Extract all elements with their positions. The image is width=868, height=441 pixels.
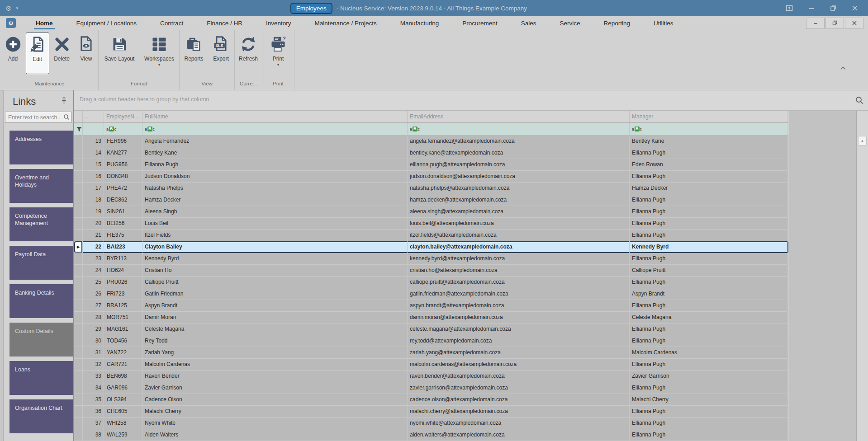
full-name-cell[interactable]: Rey Todd (142, 335, 408, 347)
row-indicator-cell[interactable]: ▶ (74, 324, 83, 335)
full-name-cell[interactable]: Calliope Pruitt (142, 277, 408, 288)
employee-number-cell[interactable]: WHI258 (104, 418, 142, 429)
full-name-cell[interactable]: Kennedy Byrd (142, 253, 408, 265)
app-menu-button[interactable]: ⚙ (6, 18, 16, 28)
manager-cell[interactable]: Hamza Decker (630, 183, 787, 194)
employee-number-cell[interactable]: BRA125 (104, 300, 142, 312)
grid-row[interactable]: ▶ 31 YAN722 Zariah Yang zariah.yang@atte… (74, 347, 788, 359)
email-cell[interactable]: cadence.olson@attexampledomain.coza (408, 394, 630, 406)
full-name-cell[interactable]: Celeste Magana (142, 324, 408, 335)
view-button[interactable]: View (75, 33, 98, 74)
full-name-cell[interactable]: Louis Beil (142, 218, 408, 230)
row-indicator-cell[interactable]: ▶ (74, 382, 83, 394)
delete-button[interactable]: Delete (50, 33, 74, 74)
email-cell[interactable]: damir.moran@attexampledomain.coza (408, 312, 630, 324)
grid-row[interactable]: ▶ 13 FER996 Angela Fernandez angela.fern… (74, 136, 788, 147)
header-full-name[interactable]: FullName (142, 111, 408, 122)
ribbon-tab[interactable]: Service (548, 16, 592, 30)
doc-close-icon[interactable] (845, 18, 863, 29)
employee-number-cell[interactable]: MAG161 (104, 324, 142, 335)
reports-button[interactable]: Reports (180, 33, 208, 74)
full-name-cell[interactable]: Zariah Yang (142, 347, 408, 359)
row-indicator-cell[interactable]: ▶ (74, 371, 83, 382)
settings-gear-icon[interactable]: ⚙ (5, 5, 11, 12)
grid-search-magnifier-icon[interactable] (855, 96, 864, 107)
row-indicator-cell[interactable]: ▶ (74, 418, 83, 429)
filter-cell-full-name[interactable]: aBc (142, 123, 408, 135)
filter-cell-email[interactable]: aBc (408, 123, 630, 135)
row-indicator-cell[interactable]: ▶ (74, 429, 83, 441)
email-cell[interactable]: malachi.cherry@attexampledomain.coza (408, 406, 630, 418)
employee-number-cell[interactable]: FRI723 (104, 288, 142, 300)
links-item[interactable]: Overtime and Holidays (9, 169, 73, 203)
grid-row[interactable]: ▶ 33 BEN698 Raven Bender raven.bender@at… (74, 371, 788, 382)
search-magnifier-icon[interactable] (63, 114, 70, 122)
workspaces-dropdown-chevron-icon[interactable]: ▾ (158, 63, 161, 67)
links-item[interactable]: Payroll Data (9, 246, 73, 280)
full-name-cell[interactable]: Nyomi White (142, 418, 408, 429)
links-item[interactable]: Banking Details (9, 284, 73, 318)
grid-row[interactable]: ▶ 29 MAG161 Celeste Magana celeste.magan… (74, 324, 788, 335)
manager-cell[interactable]: Ellianna Pugh (630, 253, 787, 265)
grid-row[interactable]: ▶ 32 CAR721 Malcolm Cardenas malcolm.car… (74, 359, 788, 371)
full-name-cell[interactable]: Judson Donaldson (142, 171, 408, 183)
ribbon-tab[interactable]: Contract (148, 16, 195, 30)
row-indicator-cell[interactable]: ▶ (74, 218, 83, 230)
header-employee-number[interactable]: EmployeeN... (104, 111, 142, 122)
doc-minimize-icon[interactable] (806, 18, 825, 29)
manager-cell[interactable]: Ellianna Pugh (630, 206, 787, 218)
row-indicator-cell[interactable]: ▶ (74, 406, 83, 418)
employee-number-cell[interactable]: KAN277 (104, 147, 142, 159)
full-name-cell[interactable]: Gatlin Friedman (142, 288, 408, 300)
ribbon-tab[interactable]: Finance / HR (195, 16, 254, 30)
grid-row[interactable]: ▶ 18 DEC862 Hamza Decker hamza.decker@at… (74, 194, 788, 206)
full-name-cell[interactable]: Aleena Singh (142, 206, 408, 218)
grid-row[interactable]: ▶ 21 FIE375 Itzel Fields itzel.fields@at… (74, 230, 788, 241)
grid-row[interactable]: ▶ 15 PUG956 Ellianna Pugh ellianna.pugh@… (74, 159, 788, 171)
email-cell[interactable]: nyomi.white@attexampledomain.coza (408, 418, 630, 429)
restore-window-icon[interactable] (830, 5, 836, 11)
row-indicator-cell[interactable]: ▶ (74, 277, 83, 288)
group-by-bar[interactable]: Drag a column header here to group by th… (74, 90, 868, 111)
grid-row[interactable]: ▶ 34 GAR096 Zavier Garrison zavier.garri… (74, 382, 788, 394)
employee-number-cell[interactable]: FIE375 (104, 230, 142, 241)
manager-cell[interactable]: Kennedy Byrd (630, 241, 787, 253)
full-name-cell[interactable]: Angela Fernandez (142, 136, 408, 147)
email-cell[interactable]: clayton.bailey@attexampledomain.coza (408, 241, 630, 253)
grid-row[interactable]: ▶ 16 DON348 Judson Donaldson judson.dona… (74, 171, 788, 183)
row-indicator-cell[interactable]: ▶ (74, 359, 83, 371)
employee-number-cell[interactable]: YAN722 (104, 347, 142, 359)
employee-number-cell[interactable]: PHE472 (104, 183, 142, 194)
grid-row[interactable]: ▶ 37 WHI258 Nyomi White nyomi.white@atte… (74, 418, 788, 429)
row-indicator-cell[interactable]: ▶ (74, 171, 83, 183)
manager-cell[interactable]: Bentley Kane (630, 136, 787, 147)
grid-row[interactable]: ▶ 27 BRA125 Aspyn Brandt aspyn.brandt@at… (74, 300, 788, 312)
row-indicator-cell[interactable]: ▶ (74, 206, 83, 218)
email-cell[interactable]: cristian.ho@attexampledomain.coza (408, 265, 630, 277)
email-cell[interactable]: calliope.pruitt@attexampledomain.coza (408, 277, 630, 288)
full-name-cell[interactable]: Malachi Cherry (142, 406, 408, 418)
row-indicator-cell[interactable]: ▶ (74, 300, 83, 312)
email-cell[interactable]: zariah.yang@attexampledomain.coza (408, 347, 630, 359)
full-name-cell[interactable]: Cristian Ho (142, 265, 408, 277)
email-cell[interactable]: aspyn.brandt@attexampledomain.coza (408, 300, 630, 312)
manager-cell[interactable]: Ellianna Pugh (630, 194, 787, 206)
ribbon-tab[interactable]: Maintenance / Projects (303, 16, 388, 30)
manager-cell[interactable]: Malachi Cherry (630, 394, 787, 406)
grid-row[interactable]: ▶ 23 BYR113 Kennedy Byrd kennedy.byrd@at… (74, 253, 788, 265)
row-indicator-cell[interactable]: ▶ (74, 230, 83, 241)
employee-number-cell[interactable]: BAI223 (104, 241, 142, 253)
employee-number-cell[interactable]: PRU026 (104, 277, 142, 288)
manager-cell[interactable]: Aspyn Brandt (630, 288, 787, 300)
manager-cell[interactable]: Ellianna Pugh (630, 406, 787, 418)
row-indicator-cell[interactable]: ▶ (74, 136, 83, 147)
row-indicator-cell[interactable]: ▶ (74, 194, 83, 206)
add-button[interactable]: Add (1, 33, 25, 74)
row-indicator-cell[interactable]: ▶ (74, 265, 83, 277)
links-search-input[interactable] (5, 112, 71, 123)
ribbon-tab[interactable]: Manufacturing (389, 16, 451, 30)
filter-cell-manager[interactable]: aBc (630, 123, 787, 135)
email-cell[interactable]: itzel.fields@attexampledomain.coza (408, 230, 630, 241)
employee-number-cell[interactable]: CHE605 (104, 406, 142, 418)
employee-number-cell[interactable]: MOR751 (104, 312, 142, 324)
